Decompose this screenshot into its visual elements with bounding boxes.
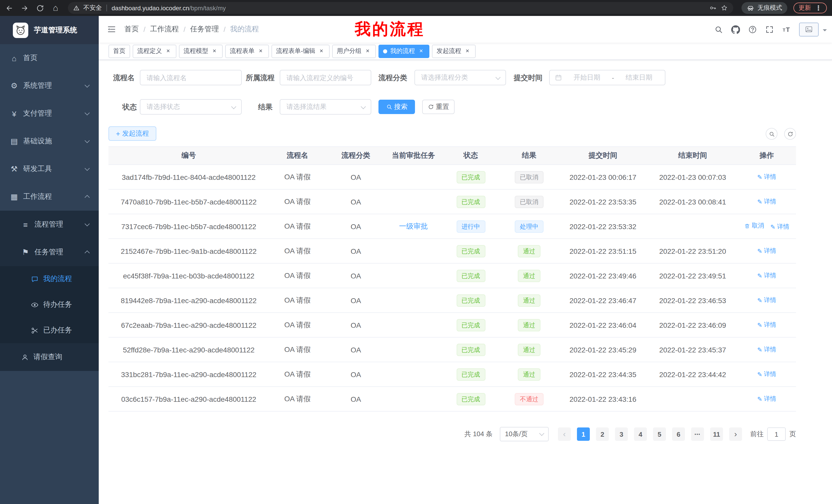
sidebar-item[interactable]: 待办任务 <box>0 292 99 317</box>
detail-button[interactable]: ✎详情 <box>757 247 776 256</box>
page-button[interactable]: 3 <box>615 427 628 441</box>
tab-item[interactable]: 首页 <box>108 45 130 58</box>
page-button[interactable]: 1 <box>577 427 590 441</box>
avatar[interactable] <box>799 22 818 36</box>
github-icon[interactable] <box>731 25 740 34</box>
search-button[interactable]: 搜索 <box>379 100 415 114</box>
detail-button[interactable]: ✎详情 <box>757 173 776 181</box>
security-warning-icon[interactable] <box>73 5 80 11</box>
sidebar-item[interactable]: 请假查询 <box>0 343 99 371</box>
task-link[interactable]: 一级审批 <box>399 222 428 230</box>
close-icon[interactable]: × <box>318 48 325 55</box>
status-select[interactable]: 请选择状态 <box>140 99 242 115</box>
submit-time-range[interactable]: 开始日期 - 结束日期 <box>549 70 666 85</box>
breadcrumb-item[interactable]: 首页 <box>125 25 139 34</box>
detail-button[interactable]: ✎详情 <box>757 296 776 305</box>
browser-reload-button[interactable] <box>33 1 47 15</box>
tab-item[interactable]: 流程表单× <box>225 45 269 58</box>
page-button[interactable]: 5 <box>653 427 666 441</box>
tab-item[interactable]: 流程定义× <box>133 45 176 58</box>
tab-label: 流程表单 <box>230 47 255 55</box>
status-tag: 进行中 <box>457 220 485 232</box>
key-icon[interactable] <box>709 4 717 12</box>
close-icon[interactable]: × <box>211 48 218 55</box>
goto-page-input[interactable] <box>767 427 786 441</box>
sidebar-item[interactable]: 已办任务 <box>0 317 99 343</box>
browser-back-button[interactable] <box>2 1 17 15</box>
help-icon[interactable] <box>748 25 757 34</box>
close-icon[interactable]: × <box>164 48 172 55</box>
refresh-table-button[interactable] <box>784 128 796 140</box>
more-pages-button[interactable]: ••• <box>691 427 704 441</box>
browser-forward-button[interactable] <box>18 1 32 15</box>
sidebar-item[interactable]: ⌂首页 <box>0 44 99 72</box>
table-row: 3ad174fb-7b9d-11ec-8404-acde48001122OA 请… <box>108 165 796 190</box>
page-button[interactable]: 11 <box>710 427 723 441</box>
address-bar[interactable]: 不安全 dashboard.yudao.iocoder.cn /bpm/task… <box>68 2 733 14</box>
table-row: 7317cec6-7b9b-11ec-b5b7-acde48001122OA 请… <box>108 214 796 239</box>
sidebar-item[interactable]: 我的流程 <box>0 266 99 292</box>
tab-label: 流程定义 <box>137 47 162 55</box>
font-size-icon[interactable] <box>782 25 791 34</box>
close-icon[interactable]: × <box>418 48 425 55</box>
category-select[interactable]: 请选择流程分类 <box>414 70 506 85</box>
app-logo[interactable]: 芋道管理系统 <box>0 16 99 44</box>
browser-home-button[interactable]: ⌂ <box>48 1 63 15</box>
tab-active[interactable]: 我的流程× <box>379 45 430 58</box>
detail-button[interactable]: ✎详情 <box>757 345 776 354</box>
fullscreen-icon[interactable] <box>765 25 774 34</box>
column-header: 结果 <box>500 151 558 160</box>
breadcrumb-item[interactable]: 任务管理 <box>190 25 219 34</box>
breadcrumb-item[interactable]: 工作流程 <box>150 25 179 34</box>
tab-item[interactable]: 用户分组× <box>332 45 376 58</box>
process-def-input[interactable] <box>280 70 371 85</box>
tab-label: 流程模型 <box>184 47 208 55</box>
detail-button[interactable]: ✎详情 <box>757 198 776 206</box>
caret-down-icon[interactable] <box>823 29 827 33</box>
list-icon: ≡ <box>21 220 30 229</box>
page-size-select[interactable]: 10条/页 <box>500 427 549 441</box>
sidebar: 芋道管理系统 ⌂首页⚙系统管理¥支付管理▤基础设施⚒研发工具▦工作流程≡流程管理… <box>0 16 99 504</box>
next-page-button[interactable]: › <box>729 427 742 441</box>
result-select[interactable]: 请选择流结果 <box>280 99 371 115</box>
page-button[interactable]: 6 <box>672 427 685 441</box>
detail-button[interactable]: ✎详情 <box>757 395 776 403</box>
detail-button[interactable]: ✎详情 <box>757 370 776 379</box>
sidebar-item[interactable]: ⚑任务管理 <box>0 239 99 266</box>
header-search-icon[interactable] <box>714 25 723 34</box>
status-tag: 已完成 <box>457 245 485 257</box>
cell-end-time: 2022-01-22 23:51:20 <box>648 247 737 255</box>
sidebar-item[interactable]: ⚒研发工具 <box>0 155 99 183</box>
chevron-down-icon <box>495 75 501 80</box>
prev-page-button[interactable]: ‹ <box>558 427 571 441</box>
page-button[interactable]: 2 <box>596 427 609 441</box>
detail-button[interactable]: ✎详情 <box>757 321 776 330</box>
close-icon[interactable]: × <box>364 48 371 55</box>
sidebar-item[interactable]: ⚙系统管理 <box>0 72 99 100</box>
close-icon[interactable]: × <box>257 48 264 55</box>
tab-item[interactable]: 流程表单-编辑× <box>271 45 330 58</box>
incognito-label: 无痕模式 <box>757 4 782 12</box>
browser-update-button[interactable]: 更新 <box>794 3 827 13</box>
reset-button[interactable]: 重置 <box>422 100 454 114</box>
create-process-button[interactable]: +发起流程 <box>108 127 156 141</box>
cancel-button[interactable]: 取消 <box>744 221 764 230</box>
sidebar-item[interactable]: ≡流程管理 <box>0 211 99 239</box>
tab-item[interactable]: 发起流程× <box>432 45 476 58</box>
bookmark-star-icon[interactable] <box>721 4 728 12</box>
sidebar-item-label: 首页 <box>23 53 99 63</box>
sidebar-item[interactable]: ▦工作流程 <box>0 183 99 211</box>
close-icon[interactable]: × <box>464 48 471 55</box>
page-button[interactable]: 4 <box>634 427 647 441</box>
sidebar-item[interactable]: ¥支付管理 <box>0 100 99 128</box>
sidebar-item[interactable]: ▤基础设施 <box>0 128 99 155</box>
hamburger-icon[interactable] <box>99 16 125 43</box>
tab-item[interactable]: 流程模型× <box>179 45 223 58</box>
column-header: 操作 <box>737 151 796 160</box>
filter-label-result: 结果 <box>237 99 272 115</box>
process-name-input[interactable] <box>140 70 242 85</box>
toggle-search-button[interactable] <box>766 128 778 140</box>
column-header: 结束时间 <box>648 151 737 160</box>
detail-button[interactable]: ✎详情 <box>757 272 776 280</box>
detail-button[interactable]: ✎详情 <box>770 222 789 231</box>
